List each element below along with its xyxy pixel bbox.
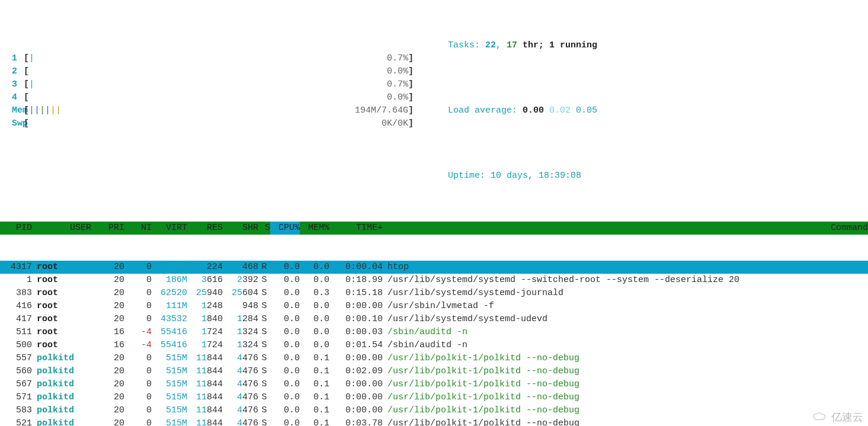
process-row[interactable]: 511root16-45541617241324S0.00.00:00.03/s… bbox=[0, 326, 868, 339]
system-info-panel: Tasks: 22, 17 thr; 1 running Load averag… bbox=[427, 0, 597, 209]
col-pid[interactable]: PID bbox=[0, 222, 32, 235]
col-shr[interactable]: SHR bbox=[223, 222, 258, 235]
process-table-header[interactable]: PID USER PRI NI VIRT RES SHR S CPU% MEM%… bbox=[0, 222, 868, 235]
col-virt[interactable]: VIRT bbox=[152, 222, 187, 235]
process-row[interactable]: 383root200625202594025604S0.00.30:15.18/… bbox=[0, 287, 868, 300]
col-cpu[interactable]: CPU% bbox=[270, 222, 300, 235]
load-5: 0.02 bbox=[549, 105, 571, 116]
process-row[interactable]: 416root200111M1248948S0.00.00:00.00/usr/… bbox=[0, 300, 868, 313]
process-row[interactable]: 417root2004353218401284S0.00.00:00.10/us… bbox=[0, 313, 868, 326]
col-pri[interactable]: PRI bbox=[91, 222, 124, 235]
load-label: Load average: bbox=[448, 105, 523, 116]
load-15: 0.05 bbox=[576, 105, 597, 116]
col-ni[interactable]: NI bbox=[124, 222, 152, 235]
uptime-value: 10 days, 18:39:08 bbox=[491, 171, 581, 181]
col-s[interactable]: S bbox=[258, 222, 270, 235]
process-table[interactable]: 4317root200119M22241468R0.00.00:00.04hto… bbox=[0, 261, 868, 426]
tasks-label: Tasks: bbox=[448, 40, 485, 50]
col-cmd[interactable]: Command bbox=[383, 222, 868, 235]
process-row[interactable]: 571polkitd200515M118444476S0.00.10:00.00… bbox=[0, 391, 868, 404]
col-time[interactable]: TIME+ bbox=[329, 222, 383, 235]
process-row[interactable]: 583polkitd200515M118444476S0.00.10:00.00… bbox=[0, 404, 868, 417]
uptime-label: Uptime: bbox=[448, 171, 491, 181]
process-row[interactable]: 1root200186M36162392S0.00.00:18.99/usr/l… bbox=[0, 274, 868, 287]
watermark: 亿速云 bbox=[812, 411, 863, 424]
threads-count: 17 bbox=[507, 40, 517, 50]
process-row[interactable]: 521polkitd200515M118444476S0.00.10:03.78… bbox=[0, 417, 868, 426]
load-1: 0.00 bbox=[523, 105, 544, 116]
col-res[interactable]: RES bbox=[187, 222, 223, 235]
process-row[interactable]: 567polkitd200515M118444476S0.00.10:00.00… bbox=[0, 378, 868, 391]
process-row[interactable]: 4317root200119M22241468R0.00.00:00.04hto… bbox=[0, 261, 868, 274]
col-mem[interactable]: MEM% bbox=[300, 222, 329, 235]
running-count: 1 bbox=[549, 40, 555, 50]
process-row[interactable]: 500root16-45541617241324S0.00.00:01.54/s… bbox=[0, 339, 868, 352]
tasks-count: 22 bbox=[485, 40, 496, 50]
process-row[interactable]: 557polkitd200515M118444476S0.00.10:00.00… bbox=[0, 352, 868, 365]
col-user[interactable]: USER bbox=[32, 222, 91, 235]
process-row[interactable]: 560polkitd200515M118444476S0.00.10:02.09… bbox=[0, 365, 868, 378]
